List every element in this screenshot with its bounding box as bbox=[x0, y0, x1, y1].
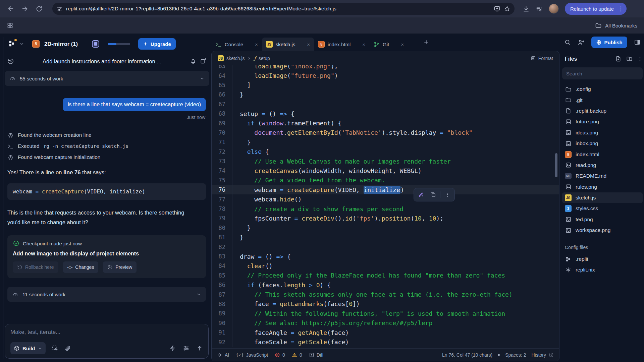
new-folder-icon[interactable] bbox=[626, 56, 633, 62]
line-number[interactable]: 69 bbox=[212, 118, 232, 128]
breadcrumb-symbol[interactable]: setup bbox=[259, 56, 270, 61]
work-summary-bottom[interactable]: 11 seconds of work bbox=[7, 287, 206, 302]
apps-grid-icon[interactable] bbox=[7, 22, 13, 29]
line-number[interactable]: 82 bbox=[212, 242, 232, 251]
prompt-composer[interactable]: Make, test, iterate... Build bbox=[5, 324, 209, 359]
ai-edit-icon[interactable] bbox=[415, 189, 427, 200]
build-mode-button[interactable]: Build bbox=[10, 342, 46, 354]
address-bar[interactable]: replit.com/@alfkeih/2D-mirror-1?replId=8… bbox=[52, 3, 515, 15]
close-tab-icon[interactable]: × bbox=[307, 42, 310, 47]
bookmark-star-icon[interactable] bbox=[504, 5, 511, 12]
warnings-status[interactable]: 0 bbox=[292, 352, 302, 358]
line-number[interactable]: 92 bbox=[212, 337, 232, 347]
file-row-workspace.png[interactable]: workspace.png bbox=[562, 225, 643, 236]
line-number[interactable]: 65 bbox=[212, 80, 232, 90]
search-icon[interactable] bbox=[562, 37, 573, 48]
forward-button[interactable] bbox=[19, 3, 31, 15]
file-row-index.html[interactable]: 5index.html bbox=[562, 149, 643, 160]
file-row-rules.png[interactable]: rules.png bbox=[562, 182, 643, 192]
close-tab-icon[interactable]: × bbox=[362, 42, 365, 47]
line-number[interactable]: 68 bbox=[212, 109, 232, 118]
project-name[interactable]: 2D-mirror (1) bbox=[44, 41, 78, 47]
new-tab-icon[interactable] bbox=[423, 39, 429, 45]
agent-chat-title[interactable]: Add launch instructions and footer infor… bbox=[17, 58, 186, 65]
history-button[interactable]: History bbox=[531, 352, 554, 358]
language-status[interactable]: {✓} JavaScript bbox=[236, 352, 268, 358]
line-number[interactable]: 76 bbox=[212, 185, 232, 194]
file-row-ideas.png[interactable]: ideas.png bbox=[562, 127, 643, 138]
media-controls-icon[interactable] bbox=[536, 5, 543, 12]
work-summary-top[interactable]: 55 seconds of work bbox=[5, 71, 209, 86]
close-tab-icon[interactable]: × bbox=[255, 42, 258, 47]
relaunch-button[interactable]: Relaunch to update ⋮ bbox=[565, 3, 627, 15]
attachment-icon[interactable] bbox=[64, 345, 71, 352]
line-number[interactable]: 86 bbox=[212, 280, 232, 290]
file-row-README.md[interactable]: M↓README.md bbox=[562, 171, 643, 181]
file-row-.git[interactable]: .git bbox=[562, 95, 643, 105]
site-settings-icon[interactable] bbox=[56, 6, 63, 12]
send-icon[interactable] bbox=[196, 345, 203, 352]
tab-Git[interactable]: Git× bbox=[369, 38, 408, 51]
settings-sliders-icon[interactable] bbox=[183, 345, 190, 352]
line-number[interactable]: 84 bbox=[212, 261, 232, 270]
browser-menu-icon[interactable]: ⋮ bbox=[618, 5, 624, 12]
line-number[interactable]: 87 bbox=[212, 290, 232, 299]
line-number[interactable]: 75 bbox=[212, 176, 232, 185]
prompt-input[interactable]: Make, test, iterate... bbox=[10, 329, 203, 336]
ai-status-button[interactable]: AI bbox=[217, 352, 229, 358]
code-area[interactable]: 63 loadImage("inbox.png"),64 loadImage("… bbox=[212, 65, 559, 348]
line-number[interactable]: 74 bbox=[212, 166, 232, 175]
more-options-icon[interactable] bbox=[442, 189, 453, 200]
file-row-future.png[interactable]: future.png bbox=[562, 116, 643, 127]
toggle-sidebar-icon[interactable] bbox=[632, 37, 643, 48]
file-row-styles.css[interactable]: 3styles.css bbox=[562, 203, 643, 214]
file-row-.replit.backup[interactable]: .replit.backup bbox=[562, 106, 643, 116]
format-button[interactable]: Format bbox=[531, 56, 553, 61]
line-number[interactable]: 66 bbox=[212, 90, 232, 99]
download-icon[interactable] bbox=[523, 5, 530, 12]
diff-button[interactable]: Diff bbox=[309, 352, 324, 358]
file-row-read.png[interactable]: read.png bbox=[562, 160, 643, 171]
file-row-ted.png[interactable]: ted.png bbox=[562, 214, 643, 225]
file-row-replit.nix[interactable]: replit.nix bbox=[562, 264, 643, 275]
line-number[interactable]: 78 bbox=[212, 204, 232, 214]
agent-step[interactable]: Found webcam capture initialization bbox=[7, 153, 206, 162]
chevron-down-icon[interactable] bbox=[19, 42, 24, 46]
upgrade-button[interactable]: Upgrade bbox=[138, 38, 176, 50]
line-number[interactable]: 90 bbox=[212, 318, 232, 328]
errors-status[interactable]: 0 bbox=[275, 352, 285, 358]
tab-index.html[interactable]: 5index.html× bbox=[314, 38, 369, 51]
agent-step[interactable]: Executedrg -n createCapture sketch.js bbox=[7, 142, 206, 150]
new-chat-icon[interactable] bbox=[200, 58, 207, 65]
install-app-icon[interactable] bbox=[494, 5, 500, 12]
line-number[interactable]: 85 bbox=[212, 271, 232, 280]
line-number[interactable]: 89 bbox=[212, 309, 232, 318]
profile-avatar[interactable] bbox=[549, 4, 559, 14]
line-number[interactable]: 72 bbox=[212, 147, 232, 157]
preview-button[interactable]: Preview bbox=[103, 261, 137, 273]
replit-logo-icon[interactable] bbox=[8, 40, 16, 48]
quick-actions-icon[interactable] bbox=[169, 345, 176, 352]
line-number[interactable]: 88 bbox=[212, 299, 232, 309]
tab-sketch.js[interactable]: JSsketch.js× bbox=[262, 38, 314, 51]
history-icon[interactable] bbox=[7, 58, 14, 65]
all-bookmarks-button[interactable]: All Bookmarks bbox=[588, 22, 637, 29]
file-row-.replit[interactable]: .replit bbox=[562, 253, 643, 264]
line-number[interactable]: 91 bbox=[212, 328, 232, 337]
line-number[interactable]: 83 bbox=[212, 252, 232, 261]
indentation-status[interactable]: Spaces: 2 bbox=[505, 352, 526, 358]
reload-button[interactable] bbox=[33, 3, 45, 15]
rollback-button[interactable]: Rollback here bbox=[13, 261, 58, 273]
line-number[interactable]: 73 bbox=[212, 157, 232, 166]
file-row-.config[interactable]: .config bbox=[562, 84, 643, 95]
files-search-input[interactable]: Search bbox=[562, 67, 643, 79]
line-number[interactable]: 81 bbox=[212, 233, 232, 242]
notifications-bell-icon[interactable] bbox=[190, 58, 197, 65]
code-editor[interactable]: JS sketch.js ƒ setup Format 63 loadImage… bbox=[211, 51, 559, 361]
agent-step[interactable]: Found the webcam creation line bbox=[7, 131, 206, 139]
copy-insert-icon[interactable] bbox=[427, 189, 439, 200]
changes-button[interactable]: <> Changes bbox=[63, 261, 99, 273]
line-number[interactable]: 77 bbox=[212, 194, 232, 204]
breadcrumb-file[interactable]: sketch.js bbox=[226, 56, 245, 61]
new-file-icon[interactable] bbox=[615, 56, 622, 62]
